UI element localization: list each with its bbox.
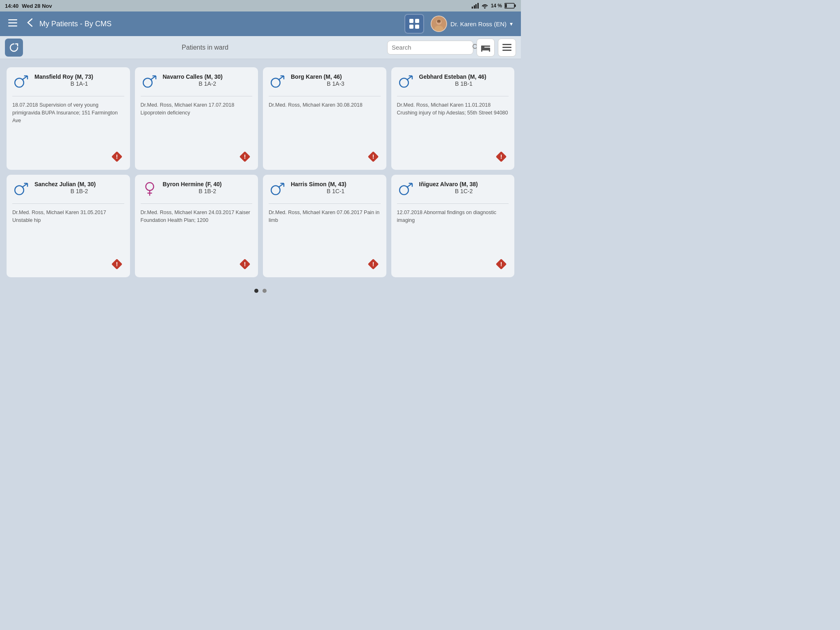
patient-name: Borg Karen (M, 46) (291, 73, 381, 80)
hamburger-menu-button[interactable] (5, 15, 21, 32)
patient-card[interactable]: Byron Hermine (F, 40) B 1B-2 Dr.Med. Ros… (135, 175, 258, 277)
gender-icon (269, 180, 287, 199)
patient-notes: Dr.Med. Ross, Michael Karen 11.01.2018 C… (397, 101, 509, 145)
svg-line-67 (407, 183, 412, 187)
status-time: 14:40 (5, 3, 18, 9)
card-footer: ! (397, 257, 509, 272)
svg-line-50 (23, 183, 28, 187)
card-divider (397, 96, 509, 96)
card-header: Sanchez Julian (M, 30) B 1B-2 (12, 180, 124, 199)
status-bar: 14:40 Wed 28 Nov 14 % (0, 0, 521, 11)
battery-icon (504, 3, 516, 9)
svg-text:!: ! (372, 260, 374, 267)
svg-rect-24 (502, 50, 511, 51)
svg-rect-20 (481, 50, 482, 52)
warning-icon: ! (237, 149, 252, 164)
card-footer: ! (269, 149, 381, 164)
gender-icon (141, 180, 159, 199)
app-icon-button[interactable] (404, 14, 424, 34)
card-footer: ! (269, 257, 381, 272)
patient-name: Iñiguez Alvaro (M, 38) (419, 180, 509, 188)
patient-info: Navarro Calles (M, 30) B 1A-2 (163, 73, 253, 87)
nav-bar: My Patients - By CMS Dr. Karen Ross (EN)… (0, 11, 521, 36)
svg-rect-1 (515, 5, 516, 7)
list-view-button[interactable] (498, 39, 516, 57)
patient-room: B 1B-2 (163, 188, 253, 194)
svg-line-44 (407, 76, 412, 80)
patient-name: Mansfield Roy (M, 73) (34, 73, 124, 80)
card-divider (141, 203, 253, 204)
svg-line-38 (279, 76, 284, 80)
patient-info: Iñiguez Alvaro (M, 38) B 1C-2 (419, 180, 509, 194)
bed-view-button[interactable] (477, 39, 495, 57)
svg-point-55 (146, 183, 153, 190)
user-menu[interactable]: Dr. Karen Ross (EN) ▾ (427, 14, 516, 34)
patient-room: B 1A-3 (291, 80, 381, 87)
gender-icon (397, 73, 415, 91)
patient-notes: Dr.Med. Ross, Michael Karen 31.05.2017 U… (12, 209, 124, 253)
card-footer: ! (397, 149, 509, 164)
patient-name: Harris Simon (M, 43) (291, 180, 381, 188)
patient-name: Navarro Calles (M, 30) (163, 73, 253, 80)
svg-rect-6 (409, 19, 413, 23)
patient-card[interactable]: Sanchez Julian (M, 30) B 1B-2 Dr.Med. Ro… (7, 175, 130, 277)
svg-rect-9 (415, 25, 419, 29)
pagination-dot-2[interactable] (262, 289, 267, 293)
main-content: Mansfield Roy (M, 73) B 1A-1 18.07.2018 … (0, 59, 521, 317)
svg-line-26 (23, 76, 28, 80)
card-header: Borg Karen (M, 46) B 1A-3 (269, 73, 381, 91)
patient-card[interactable]: Iñiguez Alvaro (M, 38) B 1C-2 12.07.2018… (391, 175, 515, 277)
patient-notes: 12.07.2018 Abnormal findings on diagnost… (397, 209, 509, 253)
warning-icon: ! (110, 257, 124, 272)
card-divider (269, 96, 381, 96)
svg-rect-2 (505, 4, 507, 8)
card-divider (12, 96, 124, 96)
patient-info: Mansfield Roy (M, 73) B 1A-1 (34, 73, 124, 87)
svg-line-32 (151, 76, 156, 80)
svg-rect-22 (502, 44, 511, 45)
svg-rect-4 (8, 23, 17, 24)
signal-icon (472, 3, 479, 9)
status-date: Wed 28 Nov (22, 3, 52, 9)
svg-point-14 (437, 20, 441, 23)
pagination-dot-1[interactable] (254, 289, 258, 293)
patient-room: B 1A-1 (34, 80, 124, 87)
card-header: Harris Simon (M, 43) B 1C-1 (269, 180, 381, 199)
patient-card[interactable]: Gebhard Esteban (M, 46) B 1B-1 Dr.Med. R… (391, 67, 515, 170)
patient-card[interactable]: Borg Karen (M, 46) B 1A-3 Dr.Med. Ross, … (263, 67, 386, 170)
card-header: Byron Hermine (F, 40) B 1B-2 (141, 180, 253, 199)
patient-card[interactable]: Navarro Calles (M, 30) B 1A-2 Dr.Med. Ro… (135, 67, 258, 170)
warning-icon: ! (110, 149, 124, 164)
patient-name: Gebhard Esteban (M, 46) (419, 73, 509, 80)
page-title: My Patients - By CMS (39, 20, 401, 28)
gender-icon (269, 73, 287, 91)
svg-point-12 (434, 26, 443, 32)
patient-card[interactable]: Harris Simon (M, 43) B 1C-1 Dr.Med. Ross… (263, 175, 386, 277)
warning-icon: ! (366, 149, 381, 164)
svg-rect-8 (409, 25, 413, 29)
patient-info: Byron Hermine (F, 40) B 1B-2 (163, 180, 253, 194)
card-divider (12, 203, 124, 204)
svg-text:!: ! (372, 153, 374, 160)
card-divider (141, 96, 253, 96)
search-input[interactable] (392, 44, 470, 51)
card-footer: ! (12, 257, 124, 272)
patient-card[interactable]: Mansfield Roy (M, 73) B 1A-1 18.07.2018 … (7, 67, 130, 170)
card-footer: ! (12, 149, 124, 164)
search-container[interactable] (387, 41, 473, 55)
card-divider (397, 203, 509, 204)
gender-icon (12, 73, 30, 91)
patient-name: Sanchez Julian (M, 30) (34, 180, 124, 188)
patient-info: Gebhard Esteban (M, 46) B 1B-1 (419, 73, 509, 87)
patient-room: B 1C-1 (291, 188, 381, 194)
svg-rect-7 (415, 19, 419, 23)
svg-text:!: ! (244, 153, 246, 160)
card-header: Navarro Calles (M, 30) B 1A-2 (141, 73, 253, 91)
back-button[interactable] (24, 16, 36, 31)
refresh-button[interactable] (5, 39, 23, 57)
gender-icon (141, 73, 159, 91)
warning-icon: ! (237, 257, 252, 272)
patient-notes: Dr.Med. Ross, Michael Karen 30.08.2018 (269, 101, 381, 145)
patient-notes: Dr.Med. Ross, Michael Karen 07.06.2017 P… (269, 209, 381, 253)
warning-icon: ! (494, 149, 509, 164)
